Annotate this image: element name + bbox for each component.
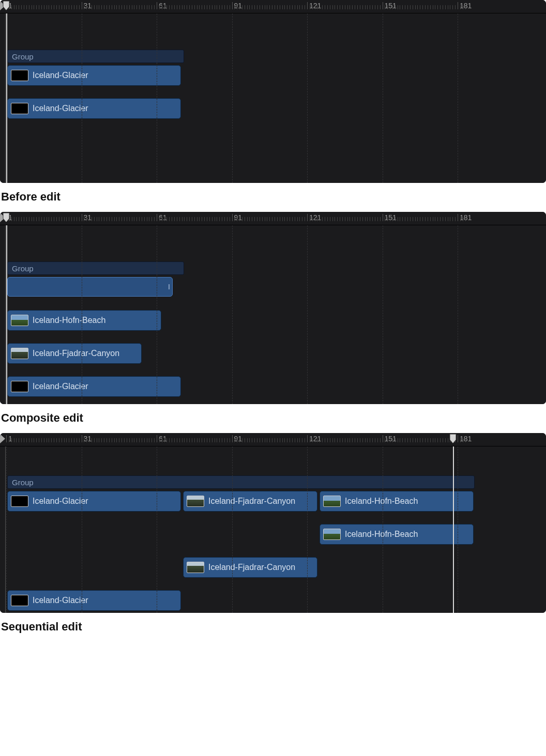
timeline-ruler[interactable]: 1316191121151181 bbox=[0, 212, 546, 225]
timeline-panel-composite: 1316191121151181 Group I Iceland-Hofn-Be… bbox=[0, 212, 546, 404]
timeline-panel-sequential: 1316191121151181 Group Iceland-Glacier I… bbox=[0, 433, 546, 613]
range-start-icon[interactable] bbox=[0, 434, 5, 443]
clip-label: Iceland-Fjadrar-Canyon bbox=[33, 349, 119, 358]
ruler-label: 31 bbox=[84, 213, 92, 222]
group-label: Group bbox=[12, 52, 34, 61]
clip-label: Iceland-Glacier bbox=[33, 596, 88, 605]
clip-label: Iceland-Glacier bbox=[33, 382, 88, 391]
ruler-label: 181 bbox=[460, 213, 472, 222]
clip-iceland-glacier[interactable]: Iceland-Glacier bbox=[7, 65, 181, 86]
clip-label: Iceland-Fjadrar-Canyon bbox=[208, 497, 295, 506]
clip-label: Iceland-Glacier bbox=[33, 497, 88, 506]
ruler-label: 31 bbox=[84, 2, 92, 10]
left-edge bbox=[5, 446, 6, 613]
thumbnail-icon bbox=[11, 496, 28, 507]
ruler-label: 91 bbox=[234, 435, 242, 443]
tracks-area[interactable]: Group Iceland-Glacier Iceland-Fjadrar-Ca… bbox=[0, 446, 546, 613]
clip-label: Iceland-Hofn-Beach bbox=[345, 497, 418, 506]
clip-iceland-fjadrar-canyon[interactable]: Iceland-Fjadrar-Canyon bbox=[183, 491, 317, 512]
clip-label: Iceland-Glacier bbox=[33, 71, 88, 80]
ruler-label: 61 bbox=[159, 435, 167, 443]
playhead-icon[interactable] bbox=[3, 1, 10, 11]
thumbnail-icon bbox=[187, 562, 204, 573]
group-header[interactable]: Group bbox=[7, 261, 184, 275]
thumbnail-icon bbox=[11, 348, 28, 359]
clip-iceland-glacier[interactable]: Iceland-Glacier bbox=[7, 590, 181, 611]
thumbnail-icon bbox=[11, 103, 28, 114]
group-header[interactable]: Group bbox=[7, 475, 475, 489]
thumbnail-icon bbox=[11, 595, 28, 606]
timeline-ruler[interactable]: 1316191121151181 bbox=[0, 0, 546, 13]
caption-before: Before edit bbox=[0, 183, 546, 212]
playhead-icon[interactable] bbox=[449, 434, 457, 444]
ruler-label: 181 bbox=[460, 435, 472, 443]
ruler-label: 31 bbox=[84, 435, 92, 443]
clip-label: Iceland-Fjadrar-Canyon bbox=[208, 563, 295, 572]
thumbnail-icon bbox=[11, 315, 28, 326]
group-header[interactable]: Group bbox=[7, 50, 184, 63]
thumbnail-icon bbox=[323, 529, 341, 540]
clip-iceland-fjadrar-canyon[interactable]: Iceland-Fjadrar-Canyon bbox=[7, 343, 142, 364]
clip-iceland-glacier[interactable]: Iceland-Glacier bbox=[7, 376, 181, 397]
ruler-label: 91 bbox=[234, 213, 242, 222]
caption-composite: Composite edit bbox=[0, 404, 546, 433]
clip-label: Iceland-Hofn-Beach bbox=[33, 316, 105, 325]
clip-iceland-glacier[interactable]: Iceland-Glacier bbox=[7, 491, 181, 512]
caption-sequential: Sequential edit bbox=[0, 613, 546, 642]
group-label: Group bbox=[12, 264, 34, 273]
thumbnail-icon bbox=[323, 496, 341, 507]
clip-selected-placeholder[interactable]: I bbox=[7, 277, 173, 297]
timeline-panel-before: 1316191121151181 Group Iceland-Glacier I… bbox=[0, 0, 546, 183]
ruler-label: 61 bbox=[159, 213, 167, 222]
clip-iceland-fjadrar-canyon[interactable]: Iceland-Fjadrar-Canyon bbox=[183, 557, 317, 578]
clip-iceland-hofn-beach[interactable]: Iceland-Hofn-Beach bbox=[7, 310, 161, 331]
left-edge bbox=[5, 13, 6, 183]
clip-handle-icon[interactable]: I bbox=[168, 283, 170, 291]
clip-iceland-hofn-beach[interactable]: Iceland-Hofn-Beach bbox=[320, 491, 474, 512]
playhead-icon[interactable] bbox=[3, 212, 10, 223]
timeline-ruler[interactable]: 1316191121151181 bbox=[0, 433, 546, 446]
playhead-line[interactable] bbox=[6, 13, 7, 183]
thumbnail-icon bbox=[187, 496, 204, 507]
tracks-area[interactable]: Group Iceland-Glacier Iceland-Glacier bbox=[0, 13, 546, 183]
ruler-label: 181 bbox=[460, 2, 472, 10]
clip-label: Iceland-Glacier bbox=[33, 104, 88, 113]
playhead-line[interactable] bbox=[6, 225, 7, 404]
clip-iceland-hofn-beach[interactable]: Iceland-Hofn-Beach bbox=[320, 524, 474, 545]
clip-label: Iceland-Hofn-Beach bbox=[345, 530, 418, 539]
thumbnail-icon bbox=[11, 381, 28, 392]
thumbnail-icon bbox=[11, 70, 28, 81]
playhead-line[interactable] bbox=[453, 446, 454, 613]
ruler-label: 61 bbox=[159, 2, 167, 10]
group-label: Group bbox=[12, 478, 34, 487]
ruler-label: 91 bbox=[234, 2, 242, 10]
left-edge bbox=[5, 225, 6, 404]
clip-iceland-glacier[interactable]: Iceland-Glacier bbox=[7, 98, 181, 119]
tracks-area[interactable]: Group I Iceland-Hofn-Beach Iceland-Fjadr… bbox=[0, 225, 546, 404]
